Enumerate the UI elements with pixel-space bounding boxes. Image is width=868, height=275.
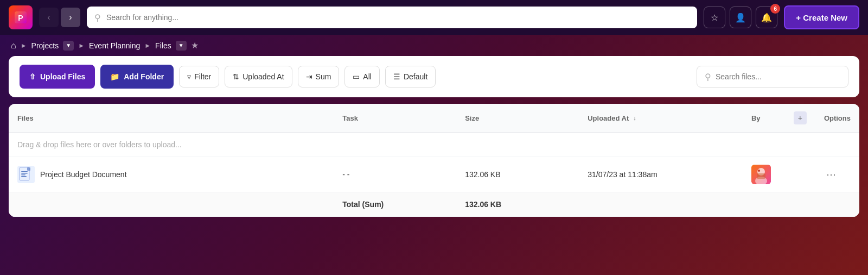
total-size: 132.06 KB: [456, 192, 579, 217]
nav-arrows: ‹ ›: [39, 8, 80, 27]
navbar: P ‹ › ⚲ ☆ 👤 🔔 6 + Create New: [0, 0, 868, 35]
breadcrumb-projects[interactable]: Projects: [31, 41, 59, 50]
upload-icon: ⇧: [29, 72, 36, 81]
filter-button[interactable]: ▿ Filter: [179, 66, 219, 88]
file-name[interactable]: Project Budget Document: [40, 170, 127, 179]
files-search-input[interactable]: [716, 72, 840, 81]
nav-icons: ☆ 👤 🔔 6: [704, 7, 777, 28]
svg-text:P: P: [18, 14, 23, 22]
logo[interactable]: P: [9, 5, 33, 29]
star-button[interactable]: ☆: [704, 7, 725, 28]
toolbar: ⇧ Upload Files 📁 Add Folder ▿ Filter ⇅ U…: [9, 56, 859, 97]
breadcrumb-event-planning[interactable]: Event Planning: [89, 41, 140, 50]
search-icon: ⚲: [94, 12, 101, 23]
svg-rect-5: [21, 174, 25, 176]
total-by-spacer: [743, 192, 785, 217]
files-search-bar: ⚲: [697, 66, 848, 88]
add-folder-button[interactable]: 📁 Add Folder: [100, 65, 174, 89]
folder-icon: 📁: [110, 72, 119, 81]
breadcrumb-files[interactable]: Files: [155, 41, 171, 50]
files-table: Files Task Size Uploaded At ↓ By: [9, 104, 859, 217]
global-search-input[interactable]: [106, 13, 690, 22]
drag-drop-text: Drag & drop files here or over folders t…: [9, 133, 859, 157]
breadcrumb-sep-2: ►: [78, 42, 85, 49]
table-row: Project Budget Document - - 132.06 KB 31…: [9, 157, 859, 192]
file-type-icon: [17, 166, 35, 183]
col-header-options: Options: [815, 104, 859, 133]
add-column-button[interactable]: +: [794, 111, 807, 124]
file-by: [743, 157, 785, 192]
create-new-button[interactable]: + Create New: [784, 5, 859, 29]
home-icon[interactable]: ⌂: [11, 41, 16, 51]
file-uploaded-at: 31/07/23 at 11:38am: [579, 157, 743, 192]
global-search-bar: ⚲: [87, 7, 697, 28]
total-options-spacer: [815, 192, 859, 217]
user-button[interactable]: 👤: [730, 7, 751, 28]
file-options-button[interactable]: ⋯: [824, 166, 838, 183]
uploaded-at-button[interactable]: ⇅ Uploaded At: [225, 66, 292, 88]
col-header-files: Files: [9, 104, 334, 133]
total-plus-spacer: [785, 192, 815, 217]
breadcrumb-star-icon[interactable]: ★: [191, 40, 199, 51]
projects-dropdown-button[interactable]: ▼: [63, 41, 74, 51]
svg-rect-12: [757, 173, 765, 179]
total-label: Total (Sum): [334, 192, 456, 217]
sliders-icon: ☰: [393, 72, 400, 81]
col-header-uploaded-at[interactable]: Uploaded At ↓: [579, 104, 743, 133]
breadcrumb-sep-1: ►: [21, 42, 27, 49]
sum-icon: ⇥: [306, 72, 312, 81]
svg-point-11: [758, 170, 760, 172]
file-plus-col: [785, 157, 815, 192]
default-button[interactable]: ☰ Default: [385, 66, 436, 88]
avatar: [751, 165, 771, 184]
sort-down-icon: ↓: [633, 115, 636, 121]
files-table-container: Files Task Size Uploaded At ↓ By: [9, 104, 859, 217]
svg-rect-7: [27, 167, 30, 171]
notification-button[interactable]: 🔔 6: [756, 7, 777, 28]
all-button[interactable]: ▭ All: [344, 66, 380, 88]
svg-rect-6: [21, 176, 27, 177]
col-header-by: By: [743, 104, 785, 133]
search-files-icon: ⚲: [705, 72, 711, 82]
breadcrumb: ⌂ ► Projects ▼ ► Event Planning ► Files …: [0, 35, 868, 56]
file-name-cell: Project Budget Document: [9, 157, 334, 192]
forward-button[interactable]: ›: [61, 8, 80, 27]
total-label-spacer: [9, 192, 334, 217]
breadcrumb-sep-3: ►: [144, 42, 151, 49]
table-header-row: Files Task Size Uploaded At ↓ By: [9, 104, 859, 133]
svg-rect-3: [21, 171, 28, 172]
file-options: ⋯: [815, 157, 859, 192]
notification-badge: 6: [770, 4, 780, 14]
upload-files-button[interactable]: ⇧ Upload Files: [20, 65, 95, 89]
col-header-plus[interactable]: +: [785, 104, 815, 133]
col-header-task: Task: [334, 104, 456, 133]
files-dropdown-button[interactable]: ▼: [176, 41, 187, 51]
grid-icon: ▭: [353, 72, 360, 81]
svg-rect-4: [21, 173, 28, 174]
drag-drop-row: Drag & drop files here or over folders t…: [9, 133, 859, 157]
back-button[interactable]: ‹: [39, 8, 59, 27]
table-total-row: Total (Sum) 132.06 KB: [9, 192, 859, 217]
file-size: 132.06 KB: [456, 157, 579, 192]
total-uploaded-spacer: [579, 192, 743, 217]
file-task: - -: [334, 157, 456, 192]
col-header-size: Size: [456, 104, 579, 133]
filter-icon: ▿: [187, 72, 191, 81]
sum-button[interactable]: ⇥ Sum: [298, 66, 340, 88]
sort-icon: ⇅: [233, 72, 239, 81]
